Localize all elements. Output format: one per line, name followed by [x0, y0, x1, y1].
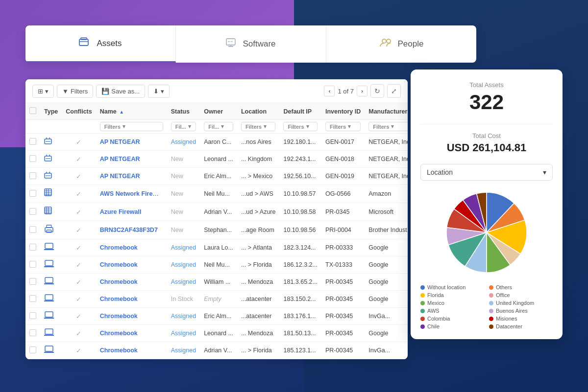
status-badge: Assigned [171, 138, 196, 145]
row-checkbox[interactable] [29, 172, 36, 179]
tab-assets[interactable]: Assets [25, 25, 176, 63]
legend-dot [420, 293, 425, 298]
svg-rect-41 [45, 277, 53, 283]
manufacturer-cell: NETGEAR, Inc... [365, 168, 408, 185]
row-checkbox[interactable] [29, 190, 36, 197]
manufacturer-filter[interactable]: Filters ▾ [368, 122, 408, 131]
row-checkbox[interactable] [29, 312, 36, 319]
device-type-icon [44, 138, 54, 146]
asset-name[interactable]: Chromebook [100, 296, 138, 302]
row-checkbox[interactable] [29, 244, 36, 251]
col-name-header[interactable]: Name ▲ [96, 103, 167, 120]
legend-label: Florida [427, 292, 444, 298]
download-button[interactable]: ⬇ ▾ [148, 85, 170, 98]
row-checkbox[interactable] [29, 138, 36, 145]
asset-name[interactable]: AP NETGEAR [100, 156, 140, 162]
row-checkbox[interactable] [29, 226, 36, 233]
legend-dot [420, 309, 425, 313]
status-filter[interactable]: Fil... ▾ [171, 122, 196, 131]
data-table: Type Conflicts Name ▲ Status Owner Locat… [25, 103, 408, 359]
stats-panel: Total Assets 322 Total Cost USD 261,104.… [411, 69, 563, 339]
legend-item: Florida [420, 292, 484, 298]
table-row: ✓ Chromebook Assigned Laura Lo... ... > … [25, 239, 408, 256]
row-checkbox[interactable] [29, 329, 36, 336]
asset-name[interactable]: Chromebook [100, 347, 138, 354]
owner-cell: William ... [200, 274, 237, 291]
status-badge: Assigned [171, 330, 196, 337]
asset-name[interactable]: AWS Network Firewall [100, 190, 164, 197]
save-as-button[interactable]: 💾 Save as... [96, 85, 145, 98]
row-checkbox[interactable] [29, 261, 36, 268]
grid-icon: ⊞ [38, 88, 43, 95]
conflict-check-icon: ✓ [76, 278, 81, 286]
col-inventory-header: Inventory ID [321, 103, 365, 120]
next-page-button[interactable]: › [357, 86, 368, 96]
manufacturer-cell: NETGEAR, Inc... [365, 151, 408, 168]
owner-filter[interactable]: Fil... ▾ [204, 122, 233, 131]
owner-cell: Eric Alm... [200, 168, 237, 185]
status-badge: New [171, 190, 183, 197]
location-dropdown[interactable]: Location ▾ [420, 164, 553, 181]
view-toggle-button[interactable]: ⊞ ▾ [32, 85, 54, 98]
select-all-checkbox[interactable] [29, 107, 36, 114]
row-checkbox[interactable] [29, 208, 36, 215]
owner-cell: Eric Alm... [200, 308, 237, 325]
row-checkbox[interactable] [29, 155, 36, 162]
status-badge: New [171, 156, 183, 162]
refresh-button[interactable]: ↻ [370, 84, 384, 98]
asset-name[interactable]: Chromebook [100, 244, 138, 251]
owner-cell: Leonard ... [200, 151, 237, 168]
location-cell: ...age Room [237, 221, 280, 239]
expand-button[interactable]: ⤢ [387, 84, 401, 98]
svg-rect-0 [79, 39, 88, 46]
ip-cell: 192.180.1... [279, 134, 321, 151]
ip-cell: 10.10.98.58 [279, 203, 321, 221]
asset-name[interactable]: Chromebook [100, 313, 138, 320]
inventory-cell: PR-00345 [321, 342, 365, 359]
assets-icon [79, 37, 92, 50]
tab-software[interactable]: Software [176, 25, 326, 63]
inventory-cell: OG-0566 [321, 185, 365, 203]
legend-label: AWS [427, 308, 440, 314]
legend-label: Chile [427, 323, 440, 329]
table-row: ✓ BRN3C2AF438F3D7 New Stephan... ...age … [25, 221, 408, 239]
ip-cell: 192.243.1... [279, 151, 321, 168]
tab-people[interactable]: People [326, 25, 476, 63]
legend-item: Buenos Aires [489, 308, 553, 314]
asset-name[interactable]: BRN3C2AF438F3D7 [100, 227, 158, 233]
asset-name[interactable]: Chromebook [100, 330, 138, 337]
inventory-filter[interactable]: Filters ▾ [325, 122, 361, 131]
asset-name[interactable]: Chromebook [100, 261, 138, 268]
device-type-icon [44, 227, 54, 235]
asset-name[interactable]: Azure Firewall [100, 208, 142, 215]
inventory-cell: PR-00345 [321, 325, 365, 342]
legend-dot [420, 324, 425, 329]
svg-rect-45 [45, 312, 53, 317]
ip-filter[interactable]: Filters ▾ [283, 122, 318, 131]
name-filter[interactable]: Filters ▾ [100, 122, 163, 131]
table-row: ✓ AP NETGEAR Assigned Aaron C... ...nos … [25, 134, 408, 151]
legend-dot [489, 293, 493, 298]
filters-button[interactable]: ▼ Filters [57, 85, 93, 98]
device-type-icon [44, 155, 54, 163]
prev-page-button[interactable]: ‹ [324, 86, 335, 96]
location-cell: ... > Florida [237, 342, 280, 359]
table-row: ✓ Chromebook Assigned Adrian V... ... > … [25, 342, 408, 359]
row-checkbox[interactable] [29, 295, 36, 302]
svg-rect-47 [45, 329, 53, 334]
row-checkbox[interactable] [29, 346, 36, 353]
asset-name[interactable]: AP NETGEAR [100, 173, 140, 180]
asset-name[interactable]: AP NETGEAR [100, 138, 140, 145]
col-owner-header: Owner [200, 103, 237, 120]
legend-item: Datacenter [489, 323, 553, 329]
location-filter[interactable]: Filters ▾ [241, 122, 276, 131]
table-row: ✓ Chromebook In Stock Empty ...atacenter… [25, 291, 408, 308]
legend-item: Office [489, 292, 553, 298]
ip-cell: 192.56.10... [279, 168, 321, 185]
svg-rect-49 [45, 346, 53, 351]
row-checkbox[interactable] [29, 278, 36, 285]
device-type-icon [44, 295, 54, 303]
asset-name[interactable]: Chromebook [100, 278, 138, 285]
col-ip-header: Default IP [279, 103, 321, 120]
location-cell: ...atacenter [237, 308, 280, 325]
